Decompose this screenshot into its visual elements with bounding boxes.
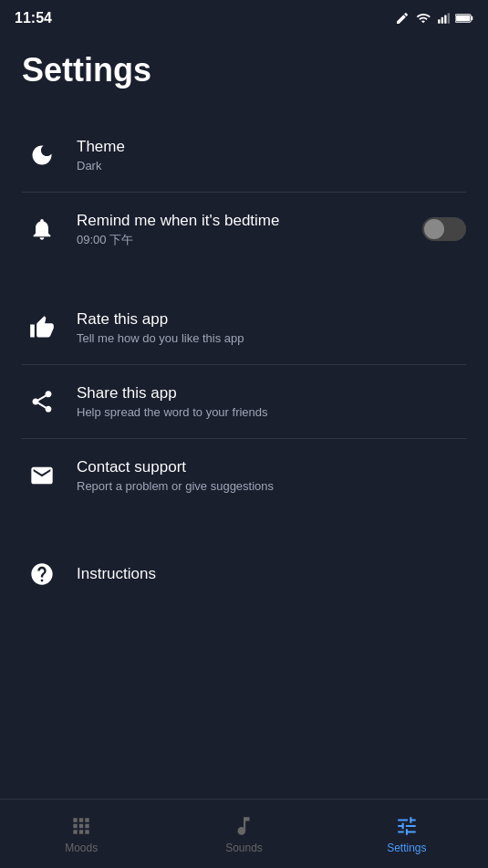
grid-icon xyxy=(69,814,93,838)
nav-item-moods[interactable]: Moods xyxy=(0,807,162,862)
section-gap-2 xyxy=(0,512,488,530)
settings-item-rate[interactable]: Rate this app Tell me how do you like th… xyxy=(0,291,488,364)
share-icon xyxy=(22,382,62,422)
contact-text: Contact support Report a problem or give… xyxy=(77,457,466,495)
svg-rect-5 xyxy=(471,16,472,20)
svg-rect-0 xyxy=(438,19,440,24)
share-subtitle: Help spread the word to your friends xyxy=(77,405,466,421)
section-gap-1 xyxy=(0,266,488,284)
settings-item-contact[interactable]: Contact support Report a problem or give… xyxy=(0,439,488,512)
question-icon xyxy=(22,554,62,594)
bell-icon xyxy=(22,209,62,249)
rate-text: Rate this app Tell me how do you like th… xyxy=(77,309,466,347)
rate-subtitle: Tell me how do you like this app xyxy=(77,331,466,347)
share-title: Share this app xyxy=(77,383,466,403)
contact-title: Contact support xyxy=(77,457,466,477)
settings-item-instructions[interactable]: Instructions xyxy=(0,538,488,611)
sliders-icon xyxy=(395,814,419,838)
music-icon xyxy=(232,814,255,838)
page-title: Settings xyxy=(22,51,466,89)
svg-rect-1 xyxy=(441,17,443,24)
nav-label-sounds: Sounds xyxy=(225,842,263,854)
settings-list: Theme Dark Remind me when it's bedtime 0… xyxy=(0,119,488,611)
signal-icon xyxy=(437,11,450,26)
instructions-text: Instructions xyxy=(77,564,466,584)
section-social: Rate this app Tell me how do you like th… xyxy=(0,291,488,512)
remind-title: Remind me when it's bedtime xyxy=(77,211,422,231)
bottom-nav: Moods Sounds Settings xyxy=(0,799,488,868)
header: Settings xyxy=(0,37,488,111)
settings-item-theme[interactable]: Theme Dark xyxy=(0,119,488,192)
edit-icon xyxy=(395,11,410,26)
thumbsup-icon xyxy=(22,308,62,348)
settings-item-remind[interactable]: Remind me when it's bedtime 09:00 下午 xyxy=(0,193,488,266)
status-time: 11:54 xyxy=(15,10,52,26)
svg-rect-3 xyxy=(448,13,450,24)
theme-title: Theme xyxy=(77,137,466,157)
theme-subtitle: Dark xyxy=(77,159,466,174)
share-text: Share this app Help spread the word to y… xyxy=(77,383,466,421)
contact-subtitle: Report a problem or give suggestions xyxy=(77,479,466,495)
nav-item-settings[interactable]: Settings xyxy=(326,807,488,862)
section-preferences: Theme Dark Remind me when it's bedtime 0… xyxy=(0,119,488,266)
status-icons xyxy=(395,11,473,26)
nav-item-sounds[interactable]: Sounds xyxy=(162,807,325,862)
nav-label-settings: Settings xyxy=(387,842,426,854)
remind-toggle[interactable] xyxy=(422,217,466,241)
theme-text: Theme Dark xyxy=(77,137,466,174)
svg-rect-6 xyxy=(456,16,470,21)
settings-item-share[interactable]: Share this app Help spread the word to y… xyxy=(0,365,488,438)
svg-rect-2 xyxy=(444,16,446,24)
remind-text: Remind me when it's bedtime 09:00 下午 xyxy=(77,211,422,248)
envelope-icon xyxy=(22,455,62,496)
remind-toggle-action[interactable] xyxy=(422,217,466,241)
nav-label-moods: Moods xyxy=(65,842,98,854)
remind-subtitle: 09:00 下午 xyxy=(77,233,422,248)
rate-title: Rate this app xyxy=(77,309,466,329)
wifi-icon xyxy=(415,11,431,26)
moon-icon xyxy=(22,135,62,175)
status-bar: 11:54 xyxy=(0,0,488,37)
toggle-knob xyxy=(424,219,444,239)
section-info: Instructions xyxy=(0,538,488,611)
battery-icon xyxy=(455,11,473,26)
instructions-title: Instructions xyxy=(77,564,466,584)
